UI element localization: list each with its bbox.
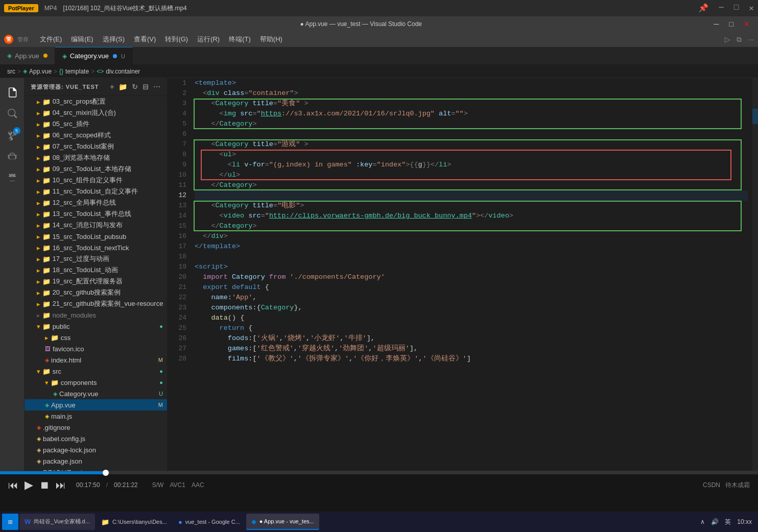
code-line-5: </Category> — [195, 119, 748, 129]
sidebar-item-components[interactable]: ▾ 📁 components ● — [25, 377, 167, 388]
sidebar-item[interactable]: ▸ 📁 06_src_scoped样式 — [25, 130, 167, 141]
tab-app-vue[interactable]: ◈ App.vue — [0, 47, 55, 64]
sidebar-item-css[interactable]: ▸ 📁 css — [25, 332, 167, 343]
code-line-6 — [195, 129, 748, 139]
sidebar-item[interactable]: ▸ 📁 20_src_github搜索案例 — [25, 287, 167, 298]
potplayer-logo[interactable]: PotPlayer — [4, 4, 38, 12]
taskbar-app-chrome[interactable]: ● vue_test - Google C... — [173, 514, 245, 530]
sidebar-item[interactable]: ▸ 📁 node_modules — [25, 309, 167, 321]
tab-modified-dot-2 — [113, 54, 117, 58]
breadcrumb-template[interactable]: template — [65, 68, 89, 75]
tab-category-vue[interactable]: ◈ Category.vue U — [55, 47, 133, 64]
item-label: 03_src_props配置 — [53, 97, 106, 106]
sidebar-item[interactable]: ▸ 📁 19_src_配置代理服务器 — [25, 276, 167, 287]
close-icon[interactable]: ✕ — [749, 3, 754, 13]
menu-help[interactable]: 帮助(H) — [256, 33, 287, 46]
debug-play-icon[interactable]: ▷ — [725, 35, 730, 44]
taskbar-app-word[interactable]: W 尚硅谷_Vue全家桶.d... — [19, 514, 95, 530]
menu-run[interactable]: 运行(R) — [193, 33, 224, 46]
code-content[interactable]: <template> <div class="container"> <Cate… — [191, 78, 752, 500]
file-title: [102/168] 102_尚硅谷Vue技术_默认插槽.mp4 — [63, 4, 186, 13]
taskbar-app-vscode[interactable]: ◆ ● App.vue - vue_tes... — [246, 514, 319, 530]
sidebar-item-app-vue[interactable]: ◈ App.vue M — [25, 399, 167, 410]
vscode-close[interactable]: ✕ — [744, 20, 750, 28]
menu-edit[interactable]: 编辑(E) — [67, 33, 97, 46]
sidebar-item-favicon[interactable]: 🖼 favicon.ico — [25, 343, 167, 354]
sidebar-item-index-html[interactable]: ◈ index.html M — [25, 354, 167, 366]
start-button[interactable]: ⊞ — [2, 514, 18, 530]
sidebar-item[interactable]: ▸ 📁 07_src_TodoList案例 — [25, 141, 167, 152]
sidebar-item[interactable]: ▸ 📁 17_src_过度与动画 — [25, 253, 167, 264]
code-line-28: films:['《教父》','《拆弹专家》','《你好，李焕英》','《尚硅谷》… — [195, 354, 748, 364]
progress-bar[interactable] — [0, 471, 758, 474]
tray-icons[interactable]: ∧ — [700, 518, 705, 525]
sidebar-item[interactable]: ▸ 📁 11_src_TodoList_自定义事件 — [25, 186, 167, 197]
sidebar-item[interactable]: ▸ 📁 04_src_mixin混入(合) — [25, 107, 167, 118]
file-icon-babel: ◈ — [37, 436, 41, 442]
sidebar-item-category-vue[interactable]: ◈ Category.vue U — [25, 388, 167, 399]
sidebar-item-src[interactable]: ▾ 📁 src ● — [25, 366, 167, 377]
next-button[interactable]: ⏭ — [56, 479, 66, 491]
refresh-icon[interactable]: ↻ — [132, 83, 138, 91]
sidebar-more-icon[interactable]: ··· — [153, 83, 161, 91]
split-editor-icon[interactable]: ⧉ — [737, 35, 742, 44]
menu-file[interactable]: 文件(E) — [36, 33, 66, 46]
sidebar-item[interactable]: ▸ 📁 05_src_插件 — [25, 118, 167, 130]
item-label: 17_src_过度与动画 — [53, 254, 109, 263]
play-button[interactable]: ▶ — [25, 478, 33, 492]
sidebar-item[interactable]: ▸ 📁 21_src_github搜索案例_vue-resource — [25, 298, 167, 309]
sidebar-item[interactable]: ▸ 📁 08_浏览器本地存储 — [25, 152, 167, 163]
activity-debug[interactable] — [2, 147, 22, 167]
sidebar-item-pkg[interactable]: ◈ package.json — [25, 455, 167, 467]
activity-files[interactable] — [2, 82, 22, 103]
stop-button[interactable]: ⏹ — [39, 479, 50, 491]
sidebar-item[interactable]: ▸ 📁 03_src_props配置 — [25, 96, 167, 107]
breadcrumb-divcontainer[interactable]: div.container — [106, 68, 140, 75]
maximize-icon[interactable]: □ — [734, 3, 739, 13]
menu-select[interactable]: 选择(S) — [99, 33, 129, 46]
sidebar-item[interactable]: ▸ 📁 15_src_TodoList_pubsub — [25, 231, 167, 242]
activity-source-control[interactable]: 5 — [2, 125, 22, 146]
sidebar-item[interactable]: ▸ 📁 14_src_消息订阅与发布 — [25, 220, 167, 231]
pin-icon[interactable]: 📌 — [698, 3, 708, 13]
volume-icon[interactable]: 🔊 — [711, 518, 719, 525]
new-folder-icon[interactable]: 📁 — [119, 83, 128, 91]
activity-search[interactable] — [2, 104, 22, 124]
item-label: 09_src_TodoList_本地存储 — [53, 164, 131, 174]
sidebar-item-main-js[interactable]: ◈ main.js — [25, 410, 167, 422]
tab-label-category: Category.vue — [70, 52, 109, 60]
sidebar-item[interactable]: ▸ 📁 10_src_组件自定义事件 — [25, 175, 167, 186]
item-label-mainjs: main.js — [51, 413, 72, 420]
prev-button[interactable]: ⏮ — [8, 479, 18, 491]
sidebar-item[interactable]: ▸ 📁 13_src_TodoList_事件总线 — [25, 208, 167, 220]
sidebar-item[interactable]: ▸ 📁 12_src_全局事件总线 — [25, 197, 167, 208]
item-label-index-html: index.html — [51, 356, 81, 364]
activity-extensions[interactable] — [2, 168, 22, 188]
taskbar-app-explorer[interactable]: 📁 C:\Users\tianyu\Des... — [96, 514, 172, 530]
language-icon[interactable]: 英 — [725, 518, 731, 526]
menu-view[interactable]: 查看(V) — [130, 33, 160, 46]
menu-terminal[interactable]: 终端(T) — [225, 33, 255, 46]
breadcrumb-appvue[interactable]: App.vue — [29, 68, 52, 75]
sidebar-item[interactable]: ▸ 📁 16_src_TodoList_nextTick — [25, 242, 167, 253]
vscode-maximize[interactable]: □ — [729, 20, 733, 28]
minimize-icon[interactable]: ─ — [719, 3, 724, 13]
sidebar-header: 资源管理器: VUE_TEST + 📁 ↻ ⊟ ··· — [25, 78, 167, 96]
more-actions-icon[interactable]: ··· — [748, 35, 754, 44]
breadcrumb-src[interactable]: src — [7, 68, 15, 75]
sidebar-item-public[interactable]: ▾ 📁 public ● — [25, 321, 167, 332]
sidebar-item-babel[interactable]: ◈ babel.config.js — [25, 433, 167, 444]
menu-goto[interactable]: 转到(G) — [161, 33, 192, 46]
sidebar-item-pkg-lock[interactable]: ◈ package-lock.json — [25, 444, 167, 455]
item-label: 08_浏览器本地存储 — [53, 153, 110, 162]
new-file-icon[interactable]: + — [110, 83, 114, 91]
collapse-icon[interactable]: ⊟ — [143, 83, 149, 91]
vscode-minimize[interactable]: ─ — [714, 20, 719, 28]
sidebar-item[interactable]: ▸ 📁 18_src_TodoList_动画 — [25, 264, 167, 276]
item-label-nm: node_modules — [53, 311, 96, 319]
item-label-pkglock: package-lock.json — [43, 446, 96, 454]
sidebar-item[interactable]: ▸ 📁 09_src_TodoList_本地存储 — [25, 163, 167, 175]
chrome-icon: ● — [178, 518, 182, 526]
item-label: 10_src_组件自定义事件 — [53, 176, 123, 185]
sidebar-item-gitignore[interactable]: ◈ .gitignore — [25, 422, 167, 433]
